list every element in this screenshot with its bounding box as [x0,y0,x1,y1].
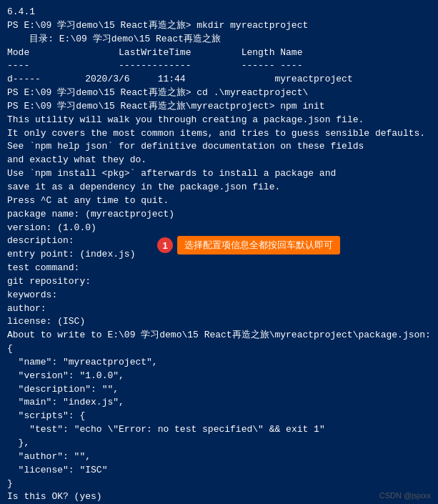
terminal-line: "main": "index.js", [7,396,431,410]
terminal-line: It only covers the most common items, an… [7,127,431,141]
terminal-line: PS E:\09 学习demo\15 React再造之旅> mkdir myre… [7,19,431,33]
terminal-line: See `npm help json` for definitive docum… [7,140,431,154]
tooltip-text: 选择配置项信息全都按回车默认即可 [177,236,340,255]
terminal-line: "description": "", [7,383,431,397]
terminal-line: and exactly what they do. [7,154,431,167]
terminal-line: package name: (myreactproject) [7,208,431,222]
terminal-line: About to write to E:\09 学习demo\15 React再… [7,329,431,342]
terminal-line: PS E:\09 学习demo\15 React再造之旅> cd .\myrea… [7,87,431,100]
terminal-line: "version": "1.0.0", [7,370,431,383]
terminal-line: version: (1.0.0) [7,222,431,235]
terminal-line: keywords: [7,289,431,302]
terminal-line: Press ^C at any time to quit. [7,194,431,208]
terminal-line: 6.4.1 [7,6,431,19]
terminal-line: Use `npm install <pkg>` afterwards to in… [7,167,431,181]
terminal-line: "test": "echo \"Error: no test specified… [7,423,431,437]
watermark: CSDN @jsjxxx [379,491,431,500]
terminal-line: }, [7,437,431,450]
terminal-line: test command: [7,262,431,275]
terminal-line: git repository: [7,275,431,289]
terminal-line: d----- 2020/3/6 11:44 myreactproject [7,73,431,87]
terminal-line: { [7,342,431,356]
terminal-content: 6.4.1PS E:\09 学习demo\15 React再造之旅> mkdir… [7,6,431,504]
terminal-line: author: [7,302,431,316]
terminal-line: ---- ------------- ------ ---- [7,59,431,73]
terminal-line: "scripts": { [7,410,431,423]
tooltip-number: 1 [157,237,173,253]
terminal-line: "license": "ISC" [7,464,431,478]
terminal-line: } [7,478,431,491]
terminal-line: save it as a dependency in the package.j… [7,181,431,194]
terminal-line: PS E:\09 学习demo\15 React再造之旅\myreactproj… [7,100,431,114]
terminal-line: 目录: E:\09 学习demo\15 React再造之旅 [7,33,431,46]
terminal-window: 6.4.1PS E:\09 学习demo\15 React再造之旅> mkdir… [0,0,438,504]
terminal-line: Mode LastWriteTime Length Name [7,46,431,60]
terminal-line: "name": "myreactproject", [7,356,431,370]
terminal-line: This utility will walk you through creat… [7,114,431,127]
terminal-line: license: (ISC) [7,315,431,329]
terminal-line: Is this OK? (yes) [7,490,431,504]
terminal-line: "author": "", [7,450,431,464]
tooltip-container: 1 选择配置项信息全都按回车默认即可 [157,236,340,255]
